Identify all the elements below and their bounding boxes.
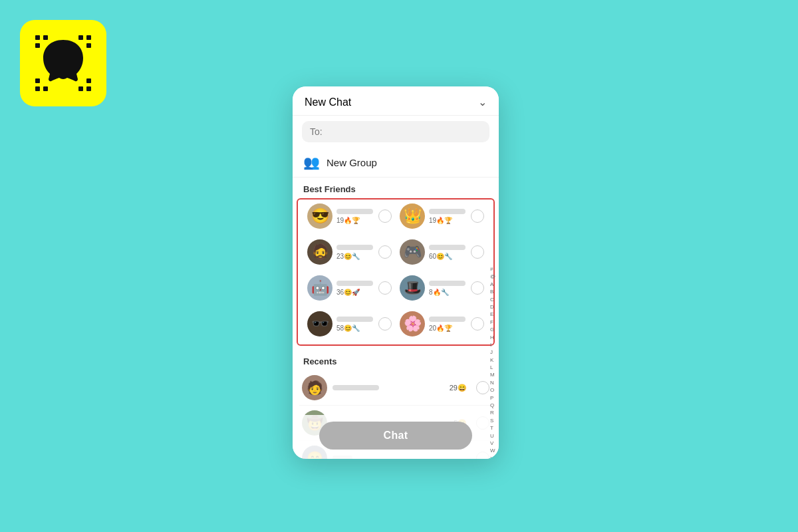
friend-avatar-7: 🌸 bbox=[400, 311, 425, 336]
friend-cell-1[interactable]: 👑 19🔥🏆 bbox=[397, 200, 487, 233]
alpha-d[interactable]: D bbox=[489, 304, 497, 311]
svg-rect-5 bbox=[86, 43, 91, 48]
recent-select-0[interactable] bbox=[476, 381, 489, 394]
alpha-w[interactable]: W bbox=[489, 448, 497, 454]
friend-score-4: 36😊🚀 bbox=[336, 289, 374, 296]
friend-info-5: 8🔥🔧 bbox=[429, 281, 467, 296]
alpha-a[interactable]: A bbox=[489, 281, 497, 288]
friend-name-bar-2 bbox=[336, 245, 373, 250]
alpha-i[interactable]: I bbox=[489, 342, 497, 348]
alpha-p[interactable]: P bbox=[489, 395, 497, 402]
friend-avatar-3: 🎮 bbox=[400, 239, 425, 265]
alpha-v[interactable]: V bbox=[489, 440, 497, 447]
alpha-m[interactable]: M bbox=[489, 372, 497, 378]
recent-score-0: 29😄 bbox=[450, 384, 467, 392]
new-group-label: New Group bbox=[327, 157, 377, 168]
new-group-icon: 👥 bbox=[303, 154, 320, 170]
friend-name-bar-4 bbox=[336, 281, 373, 286]
friend-score-2: 23😊🔧 bbox=[336, 253, 374, 260]
friend-name-bar-3 bbox=[429, 245, 466, 250]
chat-button-overlay: Chat bbox=[293, 415, 499, 459]
friend-info-4: 36😊🚀 bbox=[336, 281, 374, 296]
chat-button[interactable]: Chat bbox=[319, 422, 472, 450]
alpha-r[interactable]: R bbox=[489, 410, 497, 416]
snapcode bbox=[20, 20, 106, 106]
alpha-x[interactable]: X bbox=[489, 456, 497, 459]
friend-select-0[interactable] bbox=[378, 209, 392, 223]
svg-rect-1 bbox=[43, 35, 48, 40]
friend-cell-2[interactable]: 🧔 23😊🔧 bbox=[305, 235, 394, 269]
snapcode-svg bbox=[30, 30, 96, 96]
svg-rect-8 bbox=[43, 86, 48, 91]
alpha-c[interactable]: C bbox=[489, 297, 497, 303]
friend-score-0: 19🔥🏆 bbox=[336, 217, 374, 224]
svg-rect-11 bbox=[78, 86, 83, 91]
friend-name-bar-7 bbox=[429, 317, 466, 322]
alpha-q[interactable]: Q bbox=[489, 402, 497, 409]
friend-name-bar-1 bbox=[429, 209, 466, 214]
best-friends-grid: 😎 19🔥🏆 👑 19🔥🏆 🧔 bbox=[297, 198, 495, 346]
new-group-row[interactable]: 👥 New Group bbox=[293, 148, 499, 178]
friend-select-5[interactable] bbox=[471, 281, 484, 295]
friend-avatar-4: 🤖 bbox=[307, 275, 332, 301]
svg-rect-2 bbox=[35, 43, 40, 48]
alpha-f[interactable]: F bbox=[489, 319, 497, 326]
friend-cell-6[interactable]: 🕶️ 58😊🔧 bbox=[305, 307, 394, 340]
svg-rect-0 bbox=[35, 35, 40, 40]
friend-select-2[interactable] bbox=[378, 245, 392, 259]
friend-select-7[interactable] bbox=[471, 317, 484, 331]
svg-rect-4 bbox=[78, 35, 83, 40]
chevron-down-icon[interactable]: ⌄ bbox=[478, 96, 487, 108]
phone-frame: New Chat ⌄ 👥 New Group Best Friends 😎 19… bbox=[293, 86, 499, 459]
alpha-e[interactable]: E bbox=[489, 311, 497, 318]
friend-info-3: 60😊🔧 bbox=[429, 245, 467, 260]
friend-score-7: 20🔥🏆 bbox=[429, 325, 467, 332]
alpha-b[interactable]: B bbox=[489, 289, 497, 295]
alpha-o[interactable]: O bbox=[489, 387, 497, 394]
svg-rect-9 bbox=[86, 86, 91, 91]
svg-rect-3 bbox=[86, 35, 91, 40]
friend-info-0: 19🔥🏆 bbox=[336, 209, 374, 224]
to-input[interactable] bbox=[302, 121, 489, 142]
friend-avatar-5: 🎩 bbox=[400, 275, 425, 301]
friend-info-1: 19🔥🏆 bbox=[429, 209, 467, 224]
friend-avatar-0: 😎 bbox=[307, 203, 332, 229]
friend-cell-5[interactable]: 🎩 8🔥🔧 bbox=[397, 271, 487, 305]
recents-header: Recents bbox=[293, 350, 499, 370]
friend-score-1: 19🔥🏆 bbox=[429, 217, 467, 224]
alpha-n[interactable]: N bbox=[489, 380, 497, 386]
alpha-t[interactable]: T bbox=[489, 425, 497, 432]
friend-avatar-6: 🕶️ bbox=[307, 311, 332, 336]
friend-select-6[interactable] bbox=[378, 317, 392, 331]
friend-select-3[interactable] bbox=[471, 245, 484, 259]
friend-score-6: 58😊🔧 bbox=[336, 325, 374, 332]
friend-avatar-1: 👑 bbox=[400, 203, 425, 229]
alpha-at[interactable]: @ bbox=[489, 273, 497, 280]
recent-name-bar-0 bbox=[332, 385, 379, 390]
friend-score-3: 60😊🔧 bbox=[429, 253, 467, 260]
friend-cell-3[interactable]: 🎮 60😊🔧 bbox=[397, 235, 487, 269]
recent-avatar-0: 🧑 bbox=[302, 375, 327, 400]
alpha-k[interactable]: K bbox=[489, 357, 497, 364]
friend-select-4[interactable] bbox=[378, 281, 392, 295]
friend-cell-4[interactable]: 🤖 36😊🚀 bbox=[305, 271, 394, 305]
alpha-hash[interactable]: # bbox=[489, 266, 497, 273]
friend-info-7: 20🔥🏆 bbox=[429, 317, 467, 332]
alpha-u[interactable]: U bbox=[489, 433, 497, 440]
friend-name-bar-6 bbox=[336, 317, 373, 322]
friend-cell-7[interactable]: 🌸 20🔥🏆 bbox=[397, 307, 487, 340]
best-friends-header: Best Friends bbox=[293, 178, 499, 198]
alphabet-sidebar: # @ A B C D E F G H I J K L M N O P Q R … bbox=[489, 266, 497, 459]
alpha-s[interactable]: S bbox=[489, 418, 497, 424]
friend-cell-0[interactable]: 😎 19🔥🏆 bbox=[305, 200, 394, 233]
alpha-g[interactable]: G bbox=[489, 327, 497, 333]
friend-score-5: 8🔥🔧 bbox=[429, 289, 467, 296]
friend-name-bar-5 bbox=[429, 281, 466, 286]
recent-item-0[interactable]: 🧑 29😄 bbox=[299, 370, 492, 406]
alpha-h[interactable]: H bbox=[489, 334, 497, 341]
friend-select-1[interactable] bbox=[471, 209, 484, 223]
alpha-l[interactable]: L bbox=[489, 364, 497, 371]
to-field-container bbox=[293, 116, 499, 148]
alpha-j[interactable]: J bbox=[489, 349, 497, 356]
svg-rect-6 bbox=[35, 86, 40, 91]
